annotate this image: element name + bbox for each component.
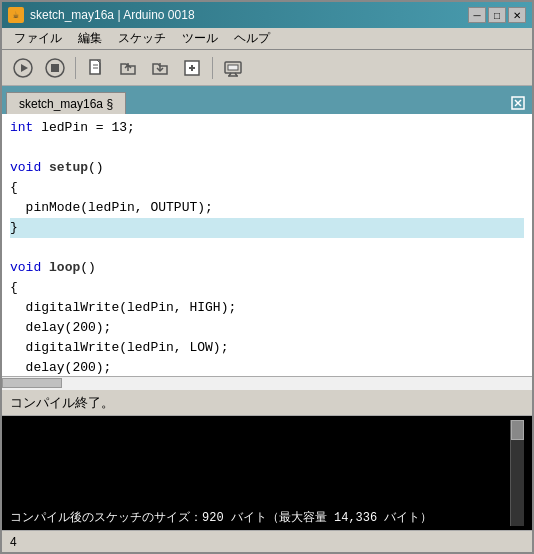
- code-line-4: {: [10, 178, 524, 198]
- play-icon: [13, 58, 33, 78]
- toolbar-separator-2: [212, 57, 213, 79]
- output-area: コンパイル終了。 コンパイル後のスケッチのサイズ：920 バイト（最大容量 14…: [2, 390, 532, 530]
- output-scrollbar[interactable]: [510, 420, 524, 526]
- title-buttons: ─ □ ✕: [468, 7, 526, 23]
- code-line-12: digitalWrite(ledPin, LOW);: [10, 338, 524, 358]
- menu-help[interactable]: ヘルプ: [226, 28, 278, 49]
- output-scrollbar-thumb[interactable]: [511, 420, 524, 440]
- code-line-9: {: [10, 278, 524, 298]
- serial-icon: [223, 58, 243, 78]
- verify-button[interactable]: [8, 54, 38, 82]
- horizontal-scrollbar[interactable]: [2, 376, 532, 390]
- save-icon: [150, 58, 170, 78]
- main-window: ☕ sketch_may16a | Arduino 0018 ─ □ ✕ ファイ…: [0, 0, 534, 554]
- code-line-3: void setup(): [10, 158, 524, 178]
- compile-status: コンパイル終了。: [10, 394, 114, 412]
- status-bar: 4: [2, 530, 532, 552]
- maximize-button[interactable]: □: [488, 7, 506, 23]
- tab-expand-button[interactable]: [508, 92, 528, 114]
- editor-area: int ledPin = 13; void setup() { pinMode(…: [2, 114, 532, 376]
- code-line-5: pinMode(ledPin, OUTPUT);: [10, 198, 524, 218]
- serial-monitor-button[interactable]: [218, 54, 248, 82]
- stop-button[interactable]: [40, 54, 70, 82]
- title-bar-left: ☕ sketch_may16a | Arduino 0018: [8, 7, 195, 23]
- code-line-11: delay(200);: [10, 318, 524, 338]
- h-scrollbar-thumb[interactable]: [2, 378, 62, 388]
- stop-icon: [45, 58, 65, 78]
- code-line-10: digitalWrite(ledPin, HIGH);: [10, 298, 524, 318]
- line-number: 4: [10, 535, 17, 549]
- menu-sketch[interactable]: スケッチ: [110, 28, 174, 49]
- toolbar: [2, 50, 532, 86]
- expand-icon: [511, 96, 525, 110]
- close-button[interactable]: ✕: [508, 7, 526, 23]
- code-line-1: int ledPin = 13;: [10, 118, 524, 138]
- tab-label: sketch_may16a §: [19, 97, 113, 111]
- code-line-6: }: [10, 218, 524, 238]
- output-text: コンパイル後のスケッチのサイズ：920 バイト（最大容量 14,336 バイト）: [10, 509, 432, 526]
- code-line-7: [10, 238, 524, 258]
- menu-file[interactable]: ファイル: [6, 28, 70, 49]
- open-icon: [118, 58, 138, 78]
- menu-bar: ファイル 編集 スケッチ ツール ヘルプ: [2, 28, 532, 50]
- code-line-2: [10, 138, 524, 158]
- open-button[interactable]: [113, 54, 143, 82]
- svg-rect-3: [51, 64, 59, 72]
- code-editor[interactable]: int ledPin = 13; void setup() { pinMode(…: [2, 114, 532, 376]
- code-line-8: void loop(): [10, 258, 524, 278]
- svg-rect-16: [228, 65, 238, 70]
- menu-edit[interactable]: 編集: [70, 28, 110, 49]
- output-text-area: コンパイル後のスケッチのサイズ：920 バイト（最大容量 14,336 バイト）: [10, 420, 510, 526]
- menu-tools[interactable]: ツール: [174, 28, 226, 49]
- new-button[interactable]: [81, 54, 111, 82]
- code-line-13: delay(200);: [10, 358, 524, 376]
- save-button[interactable]: [145, 54, 175, 82]
- minimize-button[interactable]: ─: [468, 7, 486, 23]
- new-icon: [86, 58, 106, 78]
- window-title: sketch_may16a | Arduino 0018: [30, 8, 195, 22]
- tab-bar: sketch_may16a §: [2, 86, 532, 114]
- title-bar: ☕ sketch_may16a | Arduino 0018 ─ □ ✕: [2, 2, 532, 28]
- output-header: コンパイル終了。: [2, 390, 532, 416]
- upload-button[interactable]: [177, 54, 207, 82]
- toolbar-separator-1: [75, 57, 76, 79]
- editor-tab[interactable]: sketch_may16a §: [6, 92, 126, 114]
- app-icon: ☕: [8, 7, 24, 23]
- output-console: コンパイル後のスケッチのサイズ：920 バイト（最大容量 14,336 バイト）: [2, 416, 532, 530]
- h-scrollbar-track[interactable]: [2, 377, 532, 390]
- upload-icon: [182, 58, 202, 78]
- svg-marker-1: [21, 64, 28, 72]
